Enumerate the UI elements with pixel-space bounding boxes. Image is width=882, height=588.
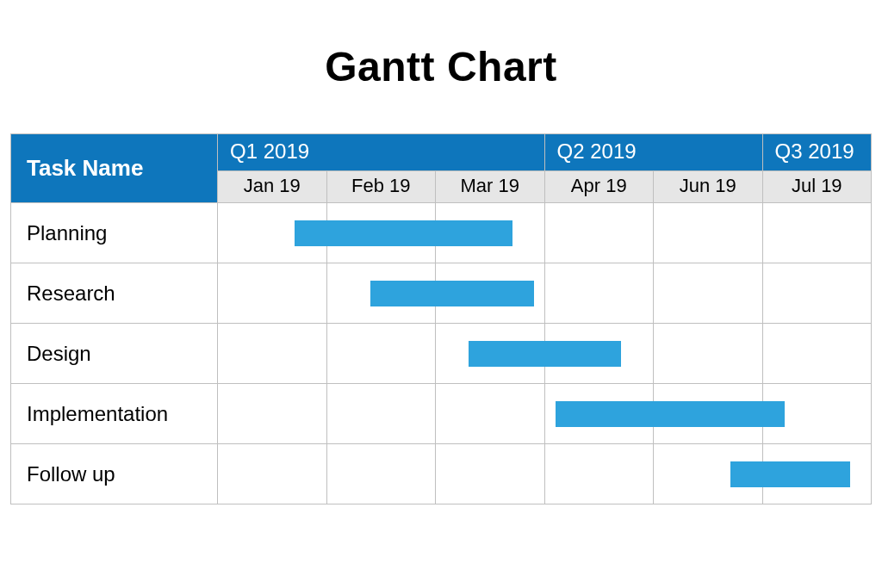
timeline-cell <box>218 384 327 444</box>
timeline-cell <box>327 203 437 263</box>
timeline-cell <box>327 444 437 504</box>
task-row-label: Implementation <box>11 384 218 444</box>
quarter-header: Q1 2019 <box>218 134 545 171</box>
task-name-header: Task Name <box>11 134 218 203</box>
timeline-cell <box>545 444 655 504</box>
timeline-cell <box>545 203 655 263</box>
task-row-label: Planning <box>11 203 218 263</box>
timeline-cell <box>436 384 545 444</box>
timeline-cell <box>654 203 763 263</box>
month-header: Apr 19 <box>545 171 655 203</box>
quarter-header: Q3 2019 <box>763 134 873 171</box>
timeline-cell <box>763 324 873 384</box>
timeline-cell <box>436 444 545 504</box>
month-header: Mar 19 <box>436 171 545 203</box>
month-header: Jul 19 <box>763 171 873 203</box>
gantt-grid: Task Name Q1 2019Q2 2019Q3 2019Jan 19Feb… <box>10 133 872 504</box>
timeline-cell <box>436 324 545 384</box>
task-row-label: Follow up <box>11 444 218 504</box>
timeline-cell <box>545 384 655 444</box>
month-header: Jun 19 <box>654 171 763 203</box>
timeline-cell <box>545 324 655 384</box>
timeline-cell <box>763 203 873 263</box>
task-row-label: Research <box>11 263 218 324</box>
timeline-cell <box>436 203 545 263</box>
timeline-cell <box>654 384 763 444</box>
timeline-cell <box>545 263 655 324</box>
timeline-cell <box>654 324 763 384</box>
month-header: Jan 19 <box>218 171 327 203</box>
timeline-cell <box>327 324 437 384</box>
timeline-cell <box>327 263 437 324</box>
timeline-cell <box>654 444 763 504</box>
month-header: Feb 19 <box>327 171 437 203</box>
timeline-cell <box>218 263 327 324</box>
timeline-cell <box>763 444 873 504</box>
timeline-cell <box>218 203 327 263</box>
task-row-label: Design <box>11 324 218 384</box>
timeline-cell <box>436 263 545 324</box>
timeline-cell <box>327 384 437 444</box>
timeline-cell <box>763 384 873 444</box>
timeline-cell <box>763 263 873 324</box>
timeline-cell <box>654 263 763 324</box>
quarter-header: Q2 2019 <box>545 134 763 171</box>
chart-title: Gantt Chart <box>10 43 872 90</box>
timeline-cell <box>218 324 327 384</box>
timeline-cell <box>218 444 327 504</box>
